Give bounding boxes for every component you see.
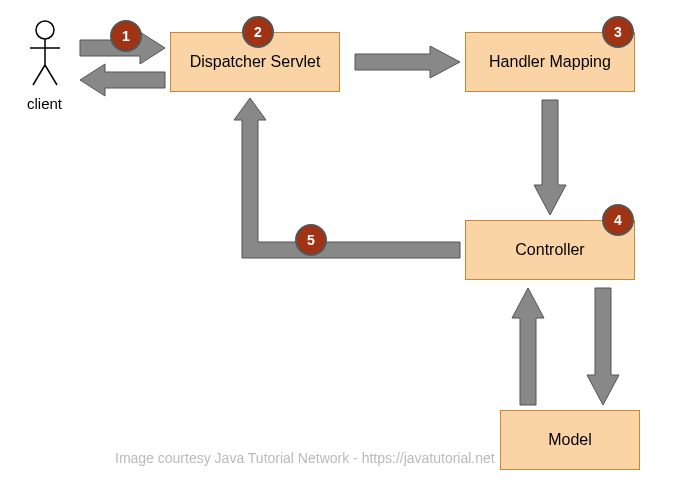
badge-5: 5 <box>295 224 327 256</box>
arrow-dispatcher-to-handler <box>355 46 460 78</box>
arrow-controller-to-model <box>587 288 619 405</box>
arrow-model-to-controller <box>512 288 544 405</box>
badge-3: 3 <box>602 16 634 48</box>
svg-marker-6 <box>80 64 165 96</box>
badge-4: 4 <box>602 204 634 236</box>
svg-marker-8 <box>534 100 566 215</box>
svg-marker-7 <box>355 46 460 78</box>
svg-marker-10 <box>587 288 619 405</box>
arrow-handler-to-controller <box>534 100 566 215</box>
badge-1: 1 <box>110 20 142 52</box>
arrow-dispatcher-to-client <box>80 64 165 96</box>
badge-2: 2 <box>242 16 274 48</box>
svg-marker-11 <box>512 288 544 405</box>
arrow-controller-to-dispatcher <box>234 98 460 258</box>
svg-marker-9 <box>234 98 460 258</box>
arrows-layer <box>0 0 700 500</box>
